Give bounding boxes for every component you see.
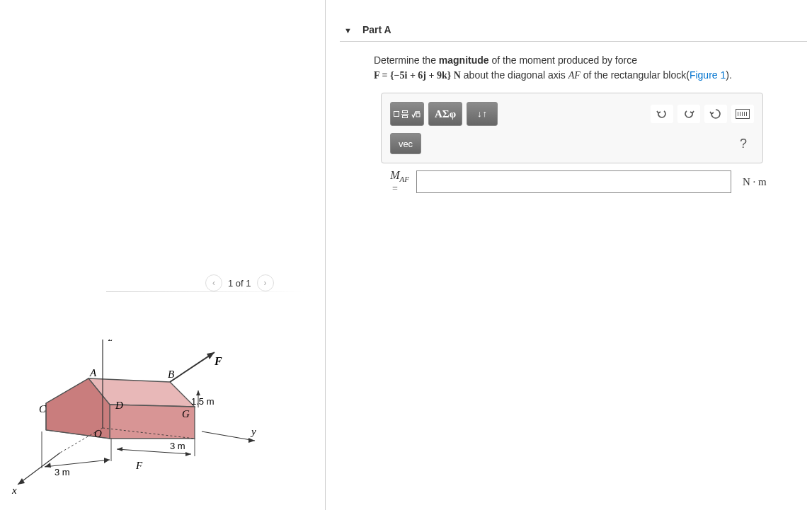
point-C: C [39,403,47,415]
part-title: Part A [362,24,391,35]
figure-pagination: ‹ 1 of 1 › [205,274,274,291]
dim-height: 1.5 m [191,396,215,407]
svg-rect-28 [416,113,420,117]
point-O: O [94,428,102,439]
axis-x: x [11,485,17,495]
answer-input[interactable] [416,170,731,193]
point-G: G [182,408,190,419]
force-equation: F = {−5i + 6j + 9k} N [374,70,461,81]
prev-figure-button[interactable]: ‹ [205,274,222,291]
templates-button[interactable] [390,102,424,126]
svg-line-4 [18,453,60,485]
axis-z: z [108,340,113,343]
svg-marker-21 [185,452,191,456]
redo-icon [682,109,695,119]
svg-marker-20 [117,447,122,451]
figure-counter: 1 of 1 [228,278,251,289]
svg-line-23 [45,460,110,467]
svg-marker-25 [104,458,110,463]
reset-icon [709,108,722,120]
sci-notation-button[interactable]: ↓↑ [467,102,498,126]
unit-label: N · m [743,176,767,188]
point-F: F [135,460,143,471]
svg-marker-3 [248,438,255,443]
divider [106,291,304,292]
next-figure-button[interactable]: › [257,274,274,291]
keyboard-button[interactable] [731,105,754,123]
dim-depth: 3 m [170,441,185,451]
svg-marker-5 [18,478,25,485]
vec-button[interactable]: vec [390,133,421,154]
special-chars-button[interactable]: ΑΣφ [428,102,462,126]
figure-1: z y x F A [11,340,265,495]
help-button[interactable]: ? [733,137,754,151]
svg-line-15 [170,352,215,382]
answer-symbol: MAF = [381,169,409,195]
redo-button[interactable] [677,105,700,123]
special-chars-icon: ΑΣφ [435,108,456,120]
keyboard-icon [736,109,750,119]
undo-button[interactable] [651,105,673,123]
dim-width: 3 m [55,467,70,477]
point-B: B [168,369,174,380]
svg-line-2 [202,431,255,441]
answer-panel: ΑΣφ ↓↑ [381,93,763,163]
force-label: F [214,355,222,367]
axis-y: y [250,426,256,437]
part-header[interactable]: ▼ Part A [340,21,807,42]
svg-marker-18 [196,390,200,395]
undo-icon [656,109,668,119]
point-D: D [115,400,123,411]
figure-link[interactable]: Figure 1 [690,69,726,81]
collapse-icon[interactable]: ▼ [344,26,352,35]
reset-button[interactable] [704,105,727,123]
point-A: A [89,367,97,378]
sci-notation-icon: ↓↑ [477,110,487,117]
templates-icon [394,109,421,119]
svg-marker-16 [207,352,215,359]
question-prompt: Determine the magnitude of the moment pr… [340,53,807,83]
